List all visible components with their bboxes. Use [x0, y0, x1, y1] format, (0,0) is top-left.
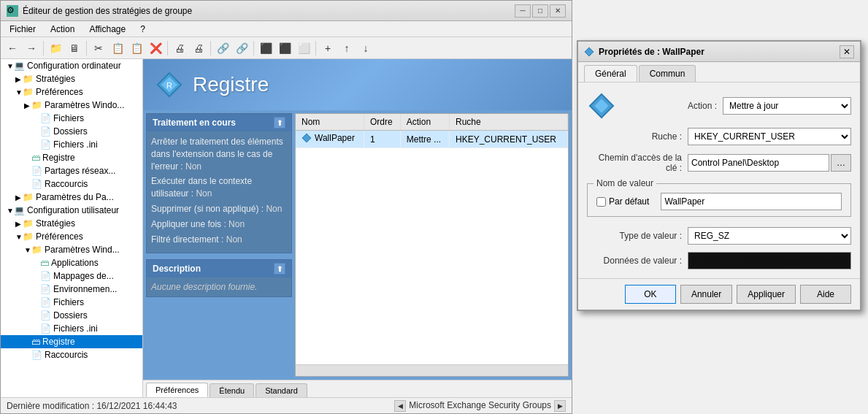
sidebar-item-config-utilisateur[interactable]: ▼ 💻 Configuration utilisateur: [1, 204, 142, 217]
keypath-browse-button[interactable]: …: [831, 154, 851, 172]
tab-etendu[interactable]: Étendu: [210, 383, 254, 397]
sidebar-item-fichiers-2[interactable]: 📄 Fichiers: [1, 296, 142, 309]
minimize-button[interactable]: ─: [515, 4, 531, 18]
col-nom[interactable]: Nom: [296, 114, 364, 131]
sidebar-item-strategies-1[interactable]: ▶ 📁 Stratégies: [1, 72, 142, 85]
action-field-row: Action : Mettre à jour Créer Remplacer S…: [587, 91, 851, 120]
menu-fichier[interactable]: Fichier: [4, 23, 42, 36]
sidebar-item-dossiers-1[interactable]: 📄 Dossiers: [1, 125, 142, 138]
value-name-input[interactable]: [661, 193, 842, 210]
sidebar-item-strategies-2[interactable]: ▶ 📁 Stratégies: [1, 217, 142, 230]
sidebar-item-preferences-1[interactable]: ▼ 📁 Préférences: [1, 85, 142, 99]
toolbar-add[interactable]: +: [319, 39, 337, 57]
sidebar-item-raccourcis-2[interactable]: 📄 Raccourcis: [1, 348, 142, 361]
toolbar-filter[interactable]: ⬛: [257, 39, 274, 57]
toolbar-filter2[interactable]: ⬛: [276, 39, 293, 57]
sidebar-item-applications[interactable]: 🗃 Applications: [1, 256, 142, 269]
toolbar-print1[interactable]: 🖨: [171, 39, 188, 57]
menu-affichage[interactable]: Affichage: [83, 23, 131, 36]
value-name-legend: Nom de valeur: [594, 178, 656, 188]
chevron-right-icon: ▶: [24, 101, 31, 110]
dialog-registry-icon: [587, 91, 616, 120]
toolbar-link1[interactable]: 🔗: [214, 39, 231, 57]
col-ordre[interactable]: Ordre: [364, 114, 400, 131]
sidebar-item-fichiers-ini-1[interactable]: 📄 Fichiers .ini: [1, 138, 142, 151]
dialog-close-button[interactable]: ✕: [840, 45, 854, 58]
toolbar-copy[interactable]: 📋: [109, 39, 126, 57]
ok-button[interactable]: OK: [625, 285, 676, 304]
horizontal-scrollbar[interactable]: [296, 364, 568, 376]
processing-row-1: Arrêter le traitement des éléments dans …: [151, 136, 287, 172]
toolbar-paste[interactable]: 📋: [128, 39, 145, 57]
appliquer-button[interactable]: Appliquer: [737, 285, 796, 304]
action-select[interactable]: Mettre à jour Créer Remplacer Supprimer: [723, 97, 851, 115]
sidebar-item-environnement[interactable]: 📄 Environnemen...: [1, 283, 142, 296]
toolbar-clear[interactable]: ⬜: [295, 39, 312, 57]
toolbar-forward[interactable]: →: [23, 39, 40, 57]
tab-standard[interactable]: Standard: [256, 383, 307, 397]
table-area: Nom Ordre Action Ruche: [296, 114, 568, 364]
keypath-input[interactable]: [688, 154, 829, 172]
chevron-down-icon: ▼: [7, 62, 14, 70]
svg-text:R: R: [166, 81, 172, 90]
sidebar-item-params-windows-1[interactable]: ▶ 📁 Paramètres Windo...: [1, 99, 142, 112]
toolbar-up[interactable]: ↑: [338, 39, 356, 57]
description-collapse-button[interactable]: ⬆: [274, 263, 285, 275]
status-bar: Dernière modification : 16/12/2021 16:44…: [1, 397, 572, 413]
sidebar-item-mappages[interactable]: 📄 Mappages de...: [1, 269, 142, 283]
dialog-title-icon: [584, 47, 594, 57]
toolbar-cut[interactable]: ✂: [90, 39, 107, 57]
toolbar-sep-2: [86, 41, 87, 55]
col-ruche[interactable]: Ruche: [450, 114, 568, 131]
sidebar-item-partages[interactable]: 📄 Partages réseax...: [1, 164, 142, 177]
toolbar-down[interactable]: ↓: [357, 39, 375, 57]
table-row[interactable]: WallPaper 1 Mettre ... HKEY_CURRENT_USER: [296, 131, 568, 148]
scroll-left-button[interactable]: ◀: [394, 400, 406, 412]
sidebar-item-params-windows-2[interactable]: ▼ 📁 Paramètres Wind...: [1, 243, 142, 256]
dialog-buttons: OK Annuler Appliquer Aide: [578, 278, 860, 310]
toolbar-link2[interactable]: 🔗: [233, 39, 250, 57]
sidebar-item-raccourcis-1[interactable]: 📄 Raccourcis: [1, 177, 142, 191]
close-button[interactable]: ✕: [550, 4, 566, 18]
sidebar-item-config-ordinateur[interactable]: ▼ 💻 Configuration ordinateur: [1, 59, 142, 72]
default-label: Par défaut: [609, 196, 649, 207]
sidebar-item-dossiers-2[interactable]: 📄 Dossiers: [1, 309, 142, 322]
toolbar-print2[interactable]: 🖨: [190, 39, 207, 57]
toolbar-back[interactable]: ←: [4, 39, 21, 57]
dialog-tab-commun[interactable]: Commun: [639, 65, 696, 82]
ruche-select[interactable]: HKEY_CURRENT_USER HKEY_LOCAL_MACHINE HKE…: [688, 128, 851, 145]
col-action[interactable]: Action: [400, 114, 449, 131]
sidebar-item-fichiers-ini-2[interactable]: 📄 Fichiers .ini: [1, 322, 142, 335]
toolbar-computer[interactable]: 🖥: [66, 39, 83, 57]
sidebar-item-preferences-2[interactable]: ▼ 📁 Préférences: [1, 230, 142, 243]
dialog-tab-general[interactable]: Général: [584, 65, 637, 82]
toolbar-delete[interactable]: ❌: [147, 39, 164, 57]
sidebar-item-registre-1[interactable]: 🗃 Registre: [1, 151, 142, 164]
sidebar-item-fichiers-1[interactable]: 📄 Fichiers: [1, 112, 142, 125]
menu-help[interactable]: ?: [134, 23, 151, 36]
toolbar-sep-3: [167, 41, 168, 55]
ruche-control: HKEY_CURRENT_USER HKEY_LOCAL_MACHINE HKE…: [688, 128, 851, 145]
valuedata-input[interactable]: [688, 252, 851, 269]
ruche-field-row: Ruche : HKEY_CURRENT_USER HKEY_LOCAL_MAC…: [587, 128, 851, 145]
maximize-button[interactable]: □: [532, 4, 548, 18]
sidebar-item-registre-2[interactable]: 🗃 Registre: [1, 335, 142, 348]
dialog-tabs: Général Commun: [578, 62, 860, 83]
menu-bar: Fichier Action Affichage ?: [1, 21, 572, 37]
processing-collapse-button[interactable]: ⬆: [274, 117, 285, 129]
aide-button[interactable]: Aide: [800, 285, 851, 304]
annuler-button[interactable]: Annuler: [680, 285, 732, 304]
default-checkbox[interactable]: [596, 197, 606, 207]
toolbar-open[interactable]: 📁: [47, 39, 64, 57]
registre-icon: R: [155, 70, 184, 99]
toolbar: ← → 📁 🖥 ✂ 📋 📋 ❌ 🖨 🖨 🔗 🔗 ⬛ ⬛ ⬜ + ↑ ↓: [1, 37, 572, 59]
sidebar-item-params-pa[interactable]: ▶ 📁 Paramètres du Pa...: [1, 191, 142, 204]
menu-action[interactable]: Action: [45, 23, 80, 36]
valuetype-control: REG_SZ REG_DWORD REG_BINARY REG_MULTI_SZ: [688, 227, 851, 245]
tab-preferences[interactable]: Préférences: [146, 383, 208, 397]
scroll-right-button[interactable]: ▶: [554, 400, 566, 412]
keypath-label: Chemin d'accès de la clé :: [587, 153, 682, 173]
valuetype-select[interactable]: REG_SZ REG_DWORD REG_BINARY REG_MULTI_SZ: [688, 227, 851, 245]
registry-table: Nom Ordre Action Ruche: [296, 114, 568, 148]
processing-row-3: Supprimer (si non appliqué) : Non: [151, 203, 287, 215]
